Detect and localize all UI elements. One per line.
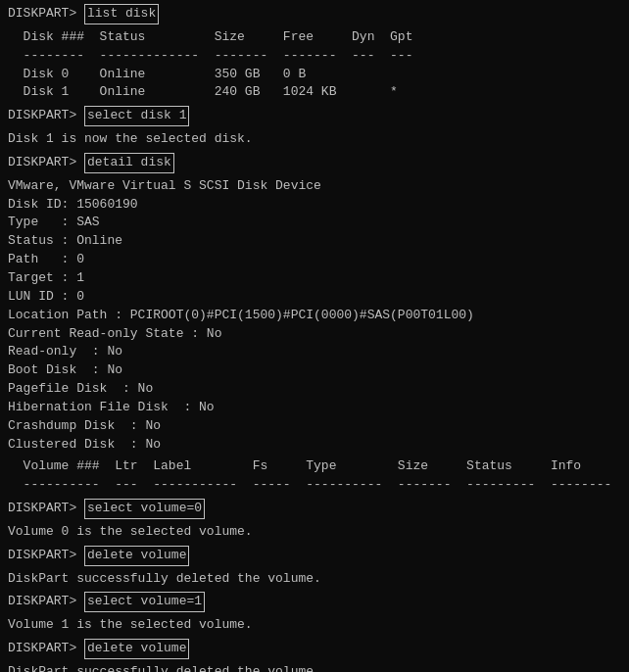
command-text: delete volume [84,546,189,566]
terminal-line: Boot Disk : No [8,361,621,380]
terminal-line: DiskPart successfully deleted the volume… [8,663,621,672]
terminal-line: Disk 1 is now the selected disk. [8,130,621,149]
prompt-text: DISKPART> [8,107,84,125]
terminal-line: DISKPART> delete volume [8,546,621,566]
terminal-line: Target : 1 [8,269,621,288]
command-text: list disk [84,4,159,24]
terminal-line: Pagefile Disk : No [8,380,621,399]
terminal-line: Volume 1 is the selected volume. [8,616,621,635]
terminal-line: Status : Online [8,232,621,251]
terminal-line: Disk 0 Online 350 GB 0 B [8,66,621,84]
terminal-line: Crashdump Disk : No [8,417,621,436]
terminal-line: DISKPART> list disk [8,4,621,24]
terminal-line: Path : 0 [8,251,621,269]
terminal-line: Clustered Disk : No [8,436,621,455]
terminal-line: DISKPART> detail disk [8,153,621,173]
terminal-line: DISKPART> select disk 1 [8,106,621,126]
terminal-line: Disk ### Status Size Free Dyn Gpt [8,28,621,47]
terminal-line: VMware, VMware Virtual S SCSI Disk Devic… [8,177,621,196]
terminal-line: Location Path : PCIROOT(0)#PCI(1500)#PCI… [8,307,621,325]
terminal-output: DISKPART> list disk Disk ### Status Size… [8,4,621,672]
command-text: select disk 1 [84,106,189,126]
prompt-text: DISKPART> [8,547,84,565]
prompt-text: DISKPART> [8,640,84,658]
terminal-line: DISKPART> select volume=0 [8,499,621,519]
command-text: select volume=0 [84,499,205,519]
terminal-line: Hibernation File Disk : No [8,399,621,417]
command-text: detail disk [84,153,174,173]
prompt-text: DISKPART> [8,154,84,172]
command-text: delete volume [84,639,189,659]
terminal-line: DiskPart successfully deleted the volume… [8,570,621,589]
prompt-text: DISKPART> [8,5,84,24]
terminal-line: Disk ID: 15060190 [8,196,621,215]
terminal-line: LUN ID : 0 [8,288,621,307]
terminal-line: ---------- --- ----------- ----- -------… [8,476,621,495]
terminal-line: Volume ### Ltr Label Fs Type Size Status… [8,457,621,476]
command-text: select volume=1 [84,592,205,612]
terminal-line: Volume 0 is the selected volume. [8,523,621,542]
terminal-line: Read-only : No [8,343,621,361]
terminal-line: Type : SAS [8,214,621,232]
terminal-line: -------- ------------- ------- ------- -… [8,47,621,66]
prompt-text: DISKPART> [8,593,84,611]
terminal-line: DISKPART> select volume=1 [8,592,621,612]
terminal-line: DISKPART> delete volume [8,639,621,659]
terminal-line: Current Read-only State : No [8,325,621,344]
terminal-line: Disk 1 Online 240 GB 1024 KB * [8,83,621,102]
prompt-text: DISKPART> [8,500,84,518]
